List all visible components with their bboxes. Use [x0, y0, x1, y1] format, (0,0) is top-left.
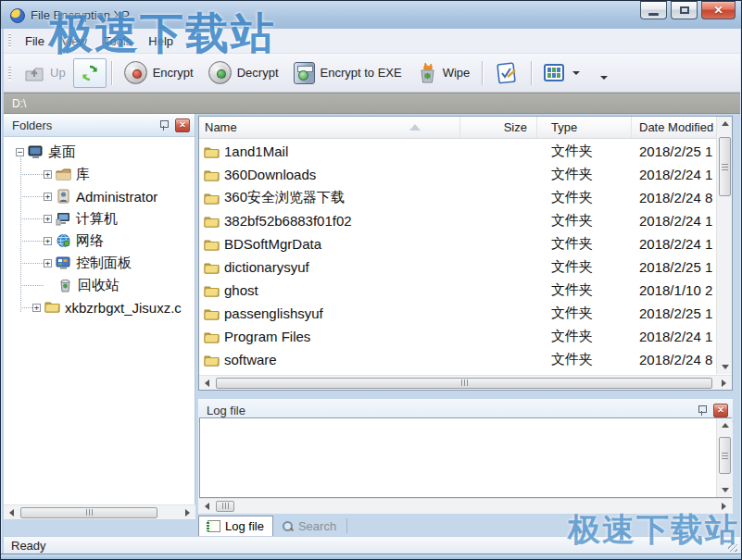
tree-item[interactable]: +库: [4, 163, 195, 185]
scroll-down-button[interactable]: [717, 360, 733, 374]
tree-item[interactable]: 回收站: [4, 274, 195, 296]
expand-expander[interactable]: +: [44, 215, 52, 223]
toolbar-overflow-chevron-icon[interactable]: [600, 76, 608, 80]
tree-item[interactable]: +计算机: [4, 207, 195, 230]
minimize-button[interactable]: [640, 1, 667, 19]
table-row[interactable]: 1and1Mail文件夹2018/2/25 1: [199, 140, 716, 163]
scroll-right-button[interactable]: [180, 505, 195, 519]
scroll-left-button[interactable]: [4, 505, 19, 519]
pin-icon[interactable]: [697, 404, 709, 417]
title-bar[interactable]: File Encryption XP ✕: [1, 1, 742, 29]
table-row[interactable]: dictionarysyuf文件夹2018/2/25 1: [199, 255, 716, 279]
scroll-right-button[interactable]: [716, 499, 732, 513]
collapse-expander[interactable]: −: [16, 148, 24, 156]
file-type: 文件夹: [537, 328, 632, 345]
table-row[interactable]: 382bf52b6883f01f02文件夹2018/2/24 1: [199, 209, 716, 232]
tree-item[interactable]: +Administrator: [4, 185, 195, 207]
list-vertical-scrollbar[interactable]: [716, 117, 732, 374]
folders-close-button[interactable]: ✕: [175, 118, 190, 132]
expand-expander[interactable]: +: [44, 237, 52, 245]
scrollbar-thumb[interactable]: [216, 378, 712, 389]
scrollbar-thumb[interactable]: [20, 507, 157, 518]
expand-expander[interactable]: +: [44, 170, 52, 179]
options-button[interactable]: [487, 58, 526, 88]
column-header-name[interactable]: Name: [199, 117, 460, 138]
scrollbar-thumb[interactable]: [216, 501, 234, 512]
list-horizontal-scrollbar[interactable]: [199, 375, 732, 390]
wipe-trash-fire-icon: [417, 62, 437, 84]
views-button[interactable]: [536, 58, 587, 88]
tree-item-label: xkbzrbgxt_Jisuxz.c: [65, 300, 182, 316]
table-row[interactable]: software文件夹2018/2/24 8: [199, 348, 716, 371]
folder-icon: [204, 145, 220, 158]
menu-help[interactable]: Help: [140, 31, 182, 52]
resize-grip[interactable]: [728, 542, 737, 552]
pin-icon[interactable]: [158, 118, 170, 131]
table-row[interactable]: 360安全浏览器下载文件夹2018/2/24 8: [199, 186, 716, 209]
folder-icon: [204, 354, 220, 367]
column-header-type[interactable]: Type: [537, 117, 632, 138]
tree-item[interactable]: +控制面板: [4, 252, 195, 274]
tree-item[interactable]: −桌面: [4, 141, 195, 163]
folder-icon: [204, 215, 220, 228]
address-bar[interactable]: D:\: [4, 93, 740, 114]
wipe-button[interactable]: Wipe: [409, 58, 478, 88]
close-button[interactable]: ✕: [701, 1, 736, 19]
tab-search[interactable]: Search: [273, 516, 345, 536]
log-panel: Log file ✕: [198, 399, 733, 514]
column-header-size[interactable]: Size: [460, 117, 537, 138]
table-row[interactable]: BDSoftMgrData文件夹2018/2/24 1: [199, 232, 716, 255]
maximize-button[interactable]: [671, 1, 698, 19]
table-row[interactable]: passenglishsyuf文件夹2018/2/25 1: [199, 302, 716, 325]
file-list: Name Size Type Date Modified 1and1Mail文件…: [198, 116, 733, 391]
table-row[interactable]: Program Files文件夹2018/2/24 1: [199, 325, 716, 348]
scroll-right-button[interactable]: [716, 376, 732, 390]
expand-expander[interactable]: +: [32, 304, 41, 312]
tab-log-file[interactable]: Log file: [198, 516, 273, 536]
decrypt-button[interactable]: Decrypt: [201, 58, 286, 88]
expand-expander[interactable]: +: [44, 259, 52, 268]
menu-view[interactable]: View: [53, 31, 95, 52]
chevron-down-icon: [572, 71, 580, 75]
file-type: 文件夹: [537, 351, 632, 368]
toolbar-grip[interactable]: [8, 33, 11, 48]
window-bottom-border: [1, 554, 742, 560]
menu-bar: File View Tools Help: [4, 29, 740, 54]
recycle-bin-icon: [57, 278, 73, 292]
encrypt-button[interactable]: Encrypt: [117, 58, 201, 88]
network-icon: [56, 233, 71, 248]
up-button[interactable]: Up: [17, 58, 73, 88]
log-book-icon: [208, 520, 220, 532]
file-date-modified: 2018/2/25 1: [632, 305, 716, 321]
refresh-button[interactable]: [73, 58, 107, 88]
file-name: ghost: [224, 282, 258, 298]
file-name: Program Files: [224, 329, 310, 344]
tree-horizontal-scrollbar[interactable]: [4, 504, 195, 519]
file-list-header: Name Size Type Date Modified: [199, 117, 732, 139]
scroll-up-button[interactable]: [717, 117, 733, 131]
scrollbar-thumb[interactable]: [719, 437, 731, 474]
expand-expander[interactable]: +: [44, 193, 52, 201]
scrollbar-thumb[interactable]: [719, 137, 731, 196]
toolbar-grip[interactable]: [8, 66, 11, 81]
address-path: D:\: [12, 97, 26, 110]
minimize-icon: [648, 13, 659, 16]
scroll-up-button[interactable]: [717, 418, 733, 432]
log-close-button[interactable]: ✕: [713, 404, 728, 417]
table-row[interactable]: ghost文件夹2018/1/10 2: [199, 279, 716, 302]
tree-item[interactable]: +xkbzrbgxt_Jisuxz.c: [4, 296, 195, 318]
menu-tools[interactable]: Tools: [95, 31, 140, 52]
log-horizontal-scrollbar[interactable]: [199, 498, 732, 513]
file-type: 文件夹: [537, 258, 632, 276]
scroll-left-button[interactable]: [199, 499, 215, 513]
log-vertical-scrollbar[interactable]: [716, 418, 732, 497]
scroll-down-button[interactable]: [717, 483, 733, 497]
encrypt-to-exe-button[interactable]: Encrypt to EXE: [286, 58, 409, 88]
scroll-left-button[interactable]: [199, 376, 215, 390]
log-content[interactable]: [199, 417, 732, 498]
tree-connector: [20, 174, 44, 175]
table-row[interactable]: 360Downloads文件夹2018/2/24 1: [199, 163, 716, 186]
menu-file[interactable]: File: [17, 31, 53, 52]
tree-item[interactable]: +网络: [4, 230, 195, 252]
tree-item-label: 回收站: [78, 277, 119, 294]
